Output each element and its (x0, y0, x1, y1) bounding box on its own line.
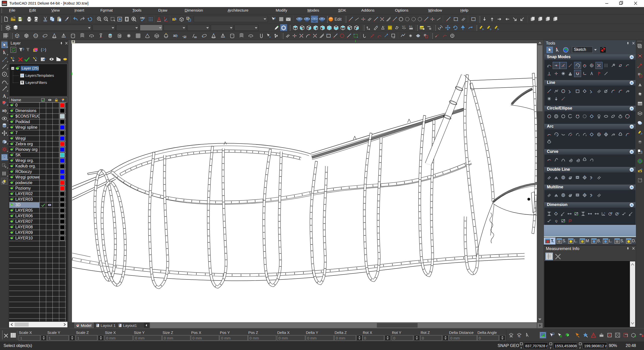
svg-text:?: ? (377, 25, 378, 27)
svg-text:ABC: ABC (140, 17, 145, 19)
svg-text:z: z (579, 346, 581, 349)
svg-text:1: 1 (97, 325, 98, 327)
svg-text:3: 3 (578, 134, 580, 136)
svg-text:A: A (3, 93, 6, 99)
svg-text:?: ? (384, 25, 385, 28)
svg-text:2: 2 (119, 325, 120, 327)
svg-text:3: 3 (585, 134, 587, 136)
svg-text:Q: Q (555, 220, 557, 223)
svg-text:%: % (518, 335, 520, 338)
svg-text:3D: 3D (173, 34, 177, 37)
svg-text:R: R (611, 212, 613, 214)
svg-text:{: { (41, 47, 42, 52)
svg-text:s:1: s:1 (389, 27, 391, 29)
svg-text:3D: 3D (2, 110, 6, 112)
svg-text:?: ? (274, 17, 276, 20)
svg-text:x: x (520, 346, 522, 349)
svg-text:D: D (618, 212, 619, 214)
svg-text:3D: 3D (183, 36, 186, 39)
svg-text:V=?: V=? (402, 25, 405, 27)
svg-text:y: y (550, 346, 551, 349)
svg-text:A: A (604, 212, 605, 214)
svg-text:}: } (45, 47, 46, 52)
svg-text:3D: 3D (194, 36, 197, 39)
svg-text:S=1: S=1 (409, 25, 412, 27)
